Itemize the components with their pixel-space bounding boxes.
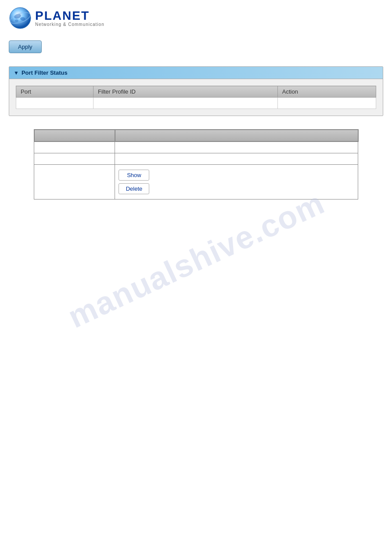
lower-header-col2: [115, 130, 358, 141]
lower-table-action-row: Show Delete: [34, 165, 358, 200]
lower-table-empty-row-1: [34, 141, 358, 153]
apply-area: Apply: [0, 36, 392, 62]
lower-table-header-row: [34, 130, 358, 141]
logo-text: PLANET Networking & Communication: [35, 10, 104, 27]
lower-table: Show Delete: [34, 129, 359, 200]
show-button[interactable]: Show: [119, 170, 149, 181]
table-header-row: Port Filter Profile ID Action: [16, 86, 376, 98]
logo-subtitle-label: Networking & Communication: [35, 22, 104, 27]
planet-logo-icon: [9, 7, 32, 29]
col-filter-profile-id: Filter Profile ID: [93, 86, 277, 98]
lower-action-col1: [34, 165, 115, 200]
logo-container: PLANET Networking & Communication: [9, 7, 104, 29]
lower-empty-col1-2: [34, 153, 115, 165]
port-cell: [16, 98, 94, 109]
logo-planet-label: PLANET: [35, 10, 104, 22]
filter-profile-cell: [93, 98, 277, 109]
apply-button[interactable]: Apply: [9, 40, 42, 53]
delete-button[interactable]: Delete: [119, 183, 149, 194]
section-title: Port Filter Status: [22, 69, 68, 76]
table-row: [16, 98, 376, 109]
lower-section: Show Delete: [9, 129, 383, 200]
lower-empty-col2-1: [115, 141, 358, 153]
port-filter-section: ▼ Port Filter Status Port Filter Profile…: [9, 66, 383, 116]
lower-header-col1: [34, 130, 115, 141]
svg-point-0: [10, 7, 31, 29]
lower-empty-col2-2: [115, 153, 358, 165]
section-header: ▼ Port Filter Status: [9, 67, 383, 79]
header: PLANET Networking & Communication: [0, 0, 392, 36]
lower-empty-col1-1: [34, 141, 115, 153]
col-port: Port: [16, 86, 94, 98]
lower-table-empty-row-2: [34, 153, 358, 165]
col-action: Action: [277, 86, 376, 98]
svg-point-3: [15, 19, 18, 22]
watermark: manualshive.com: [62, 185, 330, 335]
section-collapse-arrow-icon[interactable]: ▼: [14, 70, 19, 76]
lower-action-col2: Show Delete: [115, 165, 358, 200]
port-filter-table: Port Filter Profile ID Action: [16, 86, 376, 109]
action-cell: [277, 98, 376, 109]
